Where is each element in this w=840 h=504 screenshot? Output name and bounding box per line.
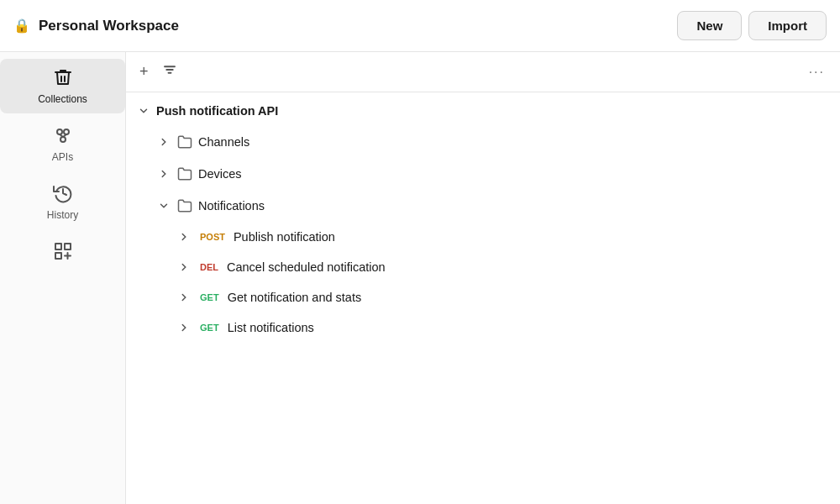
sidebar-item-apis[interactable]: APIs (0, 117, 125, 171)
lock-icon: 🔒 (13, 18, 30, 34)
tree-item-cancel[interactable]: DELCancel scheduled notification (126, 252, 840, 282)
toolbar: + ··· (126, 52, 840, 92)
folder-icon (176, 165, 193, 182)
workspace-title: Personal Workspace (39, 18, 179, 34)
filter-button[interactable] (159, 59, 181, 85)
method-badge-del: DEL (197, 261, 222, 273)
method-badge-get: GET (197, 322, 223, 333)
search-input[interactable] (187, 66, 797, 79)
method-badge-post: POST (197, 231, 228, 243)
chevron-icon (156, 166, 171, 181)
add-button[interactable]: + (136, 60, 152, 84)
header-left: 🔒 Personal Workspace (13, 18, 179, 34)
tree-item-label: Publish notification (234, 230, 335, 244)
tree-item-push-api[interactable]: Push notification API (126, 96, 840, 126)
tree-item-list-notif[interactable]: GETList notifications (126, 312, 840, 343)
tree-item-label: Cancel scheduled notification (227, 260, 386, 274)
method-badge-get: GET (197, 291, 223, 303)
chevron-icon (156, 198, 171, 213)
svg-rect-6 (65, 244, 71, 249)
collection-tree: Push notification APIChannelsDevicesNoti… (126, 92, 840, 504)
apis-icon (53, 125, 73, 148)
sidebar-item-history[interactable]: History (0, 175, 125, 229)
chevron-icon (176, 320, 192, 335)
svg-rect-5 (55, 244, 61, 249)
chevron-icon (156, 134, 171, 150)
sidebar: Collections APIs (0, 52, 126, 504)
chevron-icon (176, 229, 192, 244)
content-area: + ··· Push notification APIChannelsDevic… (126, 52, 840, 504)
tree-item-label: Get notification and stats (228, 291, 362, 304)
svg-rect-7 (55, 253, 61, 259)
tree-item-label: Devices (198, 167, 242, 181)
tree-item-label: List notifications (228, 321, 314, 334)
apps-icon (53, 241, 73, 264)
new-button[interactable]: New (677, 11, 742, 40)
chevron-icon (176, 260, 192, 275)
header: 🔒 Personal Workspace New Import (0, 0, 840, 52)
import-button[interactable]: Import (748, 11, 827, 40)
tree-item-notifications[interactable]: Notifications (126, 190, 840, 222)
sidebar-item-apps[interactable] (0, 233, 125, 272)
header-actions: New Import (677, 11, 827, 40)
main-layout: Collections APIs (0, 52, 840, 504)
tree-item-channels[interactable]: Channels (126, 126, 840, 158)
tree-item-get-notif[interactable]: GETGet notification and stats (126, 282, 840, 312)
apis-label: APIs (52, 151, 73, 163)
folder-icon (176, 134, 193, 150)
sidebar-item-collections[interactable]: Collections (0, 59, 125, 113)
collections-label: Collections (38, 93, 87, 105)
chevron-icon (136, 103, 151, 118)
svg-line-4 (63, 134, 66, 137)
tree-item-publish[interactable]: POSTPublish notification (126, 222, 840, 252)
chevron-icon (176, 290, 192, 305)
folder-icon (176, 197, 193, 214)
tree-item-label: Channels (198, 135, 249, 149)
tree-item-label: Notifications (198, 199, 265, 213)
tree-item-label: Push notification API (156, 104, 278, 118)
history-label: History (47, 209, 78, 221)
more-options-button[interactable]: ··· (804, 61, 830, 83)
tree-item-devices[interactable]: Devices (126, 158, 840, 190)
history-icon (53, 183, 73, 206)
collections-icon (53, 67, 73, 90)
